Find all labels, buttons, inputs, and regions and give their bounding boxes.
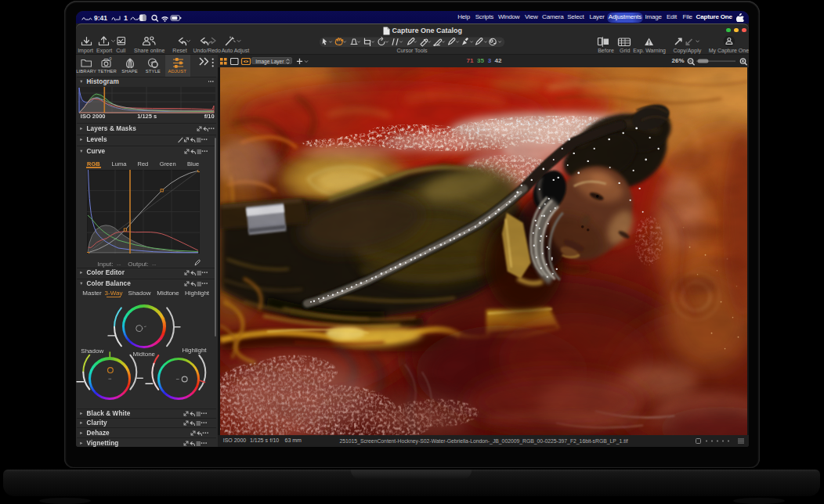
svg-text:1: 1 (124, 14, 128, 22)
svg-text:0: 0 (109, 56, 111, 61)
svg-text:9:41: 9:41 (94, 14, 107, 22)
